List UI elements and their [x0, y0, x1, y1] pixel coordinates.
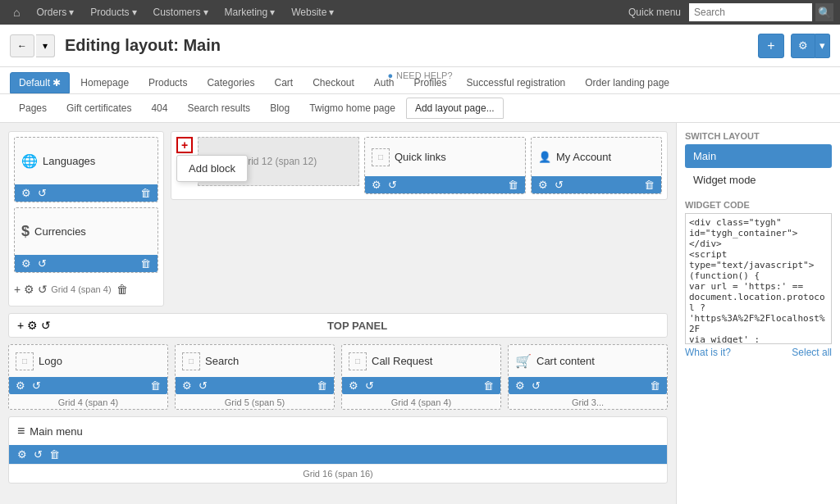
cart-grid-label: Grid 3...: [509, 394, 667, 409]
top-panel-refresh-btn[interactable]: ↺: [41, 319, 51, 332]
languages-settings-btn[interactable]: ⚙: [20, 187, 33, 199]
back-button[interactable]: ←: [10, 34, 34, 57]
tab-twigmo-home[interactable]: Twigmo home page: [300, 98, 404, 119]
left-settings-btn[interactable]: ⚙: [24, 283, 34, 296]
customers-menu[interactable]: Customers ▾: [147, 0, 215, 25]
account-icon: 👤: [538, 151, 551, 163]
marketing-dropdown-icon: ▾: [270, 7, 275, 18]
currencies-delete-btn[interactable]: 🗑: [139, 257, 153, 270]
widget-code-title: WIDGET CODE: [685, 200, 832, 210]
tab-products[interactable]: Products: [139, 72, 196, 93]
left-delete-btn[interactable]: 🗑: [116, 283, 128, 296]
top-panel-section: + ⚙ ↺ TOP PANEL: [8, 313, 668, 338]
tab-successful-registration[interactable]: Successful registration: [458, 72, 575, 93]
main-menu-section: ≡ Main menu ⚙ ↺ 🗑 Grid 16 (span 16): [8, 416, 668, 484]
top-panel-add-btn[interactable]: +: [17, 319, 24, 332]
orders-menu[interactable]: Orders ▾: [30, 0, 80, 25]
main-area: 🌐 Languages ⚙ ↺ 🗑 $ Currencie: [0, 123, 840, 504]
currencies-toggle-btn[interactable]: ↺: [36, 257, 48, 270]
call-request-dashed-icon: □: [349, 352, 367, 370]
main-menu-icon: ≡: [17, 424, 25, 438]
logo-label: Logo: [39, 355, 62, 367]
left-refresh-btn[interactable]: ↺: [38, 283, 48, 296]
quick-links-toggle-btn[interactable]: ↺: [386, 179, 399, 191]
left-add-btn[interactable]: +: [14, 283, 21, 296]
call-request-settings-btn[interactable]: ⚙: [347, 379, 360, 392]
cart-delete-btn[interactable]: 🗑: [648, 379, 662, 392]
what-is-it-link[interactable]: What is it?: [685, 347, 731, 358]
left-column: 🌐 Languages ⚙ ↺ 🗑 $ Currencie: [8, 131, 164, 306]
cart-icon: 🛒: [515, 353, 532, 369]
main-menu-label: Main menu: [30, 425, 82, 438]
back-dropdown-button[interactable]: ▾: [36, 34, 55, 57]
cart-toggle-btn[interactable]: ↺: [530, 379, 542, 392]
gear-dropdown-button[interactable]: ▾: [815, 34, 830, 58]
main-menu-settings-btn[interactable]: ⚙: [16, 448, 29, 461]
currencies-settings-btn[interactable]: ⚙: [20, 257, 33, 270]
cart-settings-btn[interactable]: ⚙: [514, 379, 527, 392]
home-icon[interactable]: ⌂: [7, 0, 26, 25]
select-all-link[interactable]: Select all: [792, 347, 832, 358]
languages-delete-btn[interactable]: 🗑: [139, 187, 153, 199]
languages-icon: 🌐: [21, 153, 38, 169]
tab-homepage[interactable]: Homepage: [71, 72, 138, 93]
currencies-icon: $: [21, 223, 30, 240]
logo-delete-btn[interactable]: 🗑: [148, 379, 162, 392]
tab-404[interactable]: 404: [142, 98, 176, 119]
logo-toggle-btn[interactable]: ↺: [30, 379, 43, 392]
search-toggle-btn[interactable]: ↺: [197, 379, 209, 392]
call-request-toggle-btn[interactable]: ↺: [363, 379, 376, 392]
main-menu-grid-label: Grid 16 (span 16): [9, 464, 667, 483]
tab-search-results[interactable]: Search results: [178, 98, 259, 119]
search-input[interactable]: [689, 3, 812, 21]
tab-blog[interactable]: Blog: [261, 98, 299, 119]
tab-pages[interactable]: Pages: [10, 98, 56, 119]
tab-checkout[interactable]: Checkout: [304, 72, 363, 93]
website-menu[interactable]: Website ▾: [285, 0, 340, 25]
quick-links-settings-btn[interactable]: ⚙: [370, 179, 383, 191]
main-menu-toggle-btn[interactable]: ↺: [32, 448, 44, 461]
search-settings-btn[interactable]: ⚙: [180, 379, 194, 392]
products-menu[interactable]: Products ▾: [84, 0, 143, 25]
cart-content-widget: 🛒 Cart content ⚙ ↺ 🗑 Grid 3...: [508, 344, 668, 410]
widget-code-textarea[interactable]: <div class="tygh" id="tygh_container"> <…: [685, 213, 832, 344]
website-dropdown-icon: ▾: [329, 7, 334, 18]
tab-gift-certificates[interactable]: Gift certificates: [57, 98, 140, 119]
left-grid-label: Grid 4 (span 4): [51, 284, 111, 294]
left-add-ctrl-row: + ⚙ ↺ Grid 4 (span 4) 🗑: [14, 278, 158, 301]
right-panel: SWITCH LAYOUT Main Widget mode WIDGET CO…: [676, 123, 840, 504]
search-delete-btn[interactable]: 🗑: [315, 379, 329, 392]
account-settings-btn[interactable]: ⚙: [536, 179, 550, 191]
languages-toggle-btn[interactable]: ↺: [36, 187, 48, 199]
top-panel-settings-btn[interactable]: ⚙: [27, 319, 38, 332]
switch-layout-main[interactable]: Main: [685, 144, 832, 168]
tabs-row-2: Pages Gift certificates 404 Search resul…: [0, 94, 840, 123]
tab-cart[interactable]: Cart: [265, 72, 302, 93]
tab-default[interactable]: Default ✱: [10, 72, 70, 93]
top-navigation: ⌂ Orders ▾ Products ▾ Customers ▾ Market…: [0, 0, 840, 25]
add-button[interactable]: +: [758, 34, 784, 58]
account-toolbar: ⚙ ↺ 🗑: [532, 176, 661, 193]
quick-links-dashed-icon: □: [372, 148, 390, 166]
main-menu-delete-btn[interactable]: 🗑: [48, 448, 62, 461]
switch-layout-widget-mode[interactable]: Widget mode: [685, 168, 832, 192]
quick-links-delete-btn[interactable]: 🗑: [506, 179, 520, 191]
call-request-delete-btn[interactable]: 🗑: [482, 379, 495, 392]
account-toggle-btn[interactable]: ↺: [553, 179, 565, 191]
gear-button[interactable]: ⚙: [791, 34, 815, 58]
logo-settings-btn[interactable]: ⚙: [14, 379, 27, 392]
add-block-button[interactable]: +: [176, 137, 193, 153]
tab-add-layout-page[interactable]: Add layout page...: [406, 98, 504, 119]
cart-content-label: Cart content: [536, 355, 595, 367]
currencies-toolbar: ⚙ ↺ 🗑: [15, 255, 158, 272]
logo-widget: □ Logo ⚙ ↺ 🗑 Grid 4 (span 4): [8, 344, 168, 410]
account-delete-btn[interactable]: 🗑: [642, 179, 656, 191]
main-menu-header: ≡ Main menu: [9, 417, 667, 445]
tab-order-landing[interactable]: Order landing page: [576, 72, 678, 93]
add-block-popup[interactable]: Add block: [176, 155, 248, 182]
tab-categories[interactable]: Categories: [198, 72, 263, 93]
search-button[interactable]: 🔍: [815, 3, 833, 21]
marketing-menu[interactable]: Marketing ▾: [218, 0, 282, 25]
header-bar: ← ▾ Editing layout: Main + ⚙ ▾ ● NEED HE…: [0, 25, 840, 67]
cart-content-toolbar: ⚙ ↺ 🗑: [509, 377, 667, 394]
